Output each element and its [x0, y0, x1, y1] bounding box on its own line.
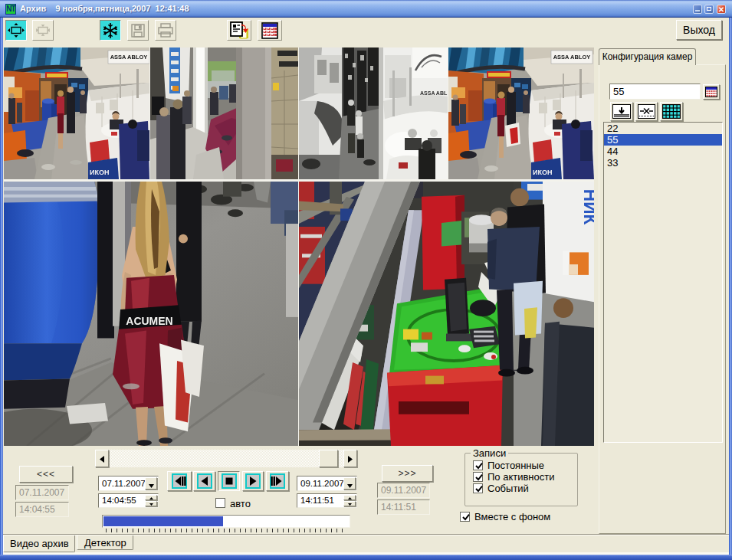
svg-text:ИКОН: ИКОН	[533, 169, 552, 176]
svg-text:ASSA ABLOY: ASSA ABLOY	[110, 54, 148, 61]
svg-text:ASSA ABL: ASSA ABL	[420, 90, 448, 96]
svg-text:НИК: НИК	[580, 189, 594, 224]
svg-text:ИКОН: ИКОН	[90, 169, 109, 176]
svg-text:ACUMEN: ACUMEN	[126, 315, 172, 327]
svg-text:ASSA ABLOY: ASSA ABLOY	[553, 54, 591, 61]
